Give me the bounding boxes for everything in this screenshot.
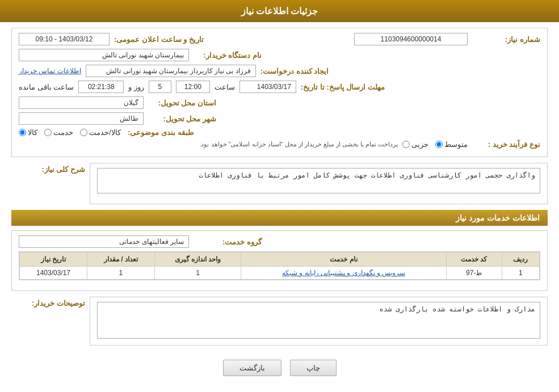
need-description-label-wrapper: شرح کلی نیاز: [11,163,85,174]
province-row: استان محل تحویل: گیلان [19,96,540,109]
cell-date: 1403/03/17 [20,267,87,280]
purchase-type-jozi-label: جزیی [411,140,428,149]
buyer-org-row: نام دستگاه خریدار: بیمارستان شهید نورانی… [19,49,540,61]
purchase-type-motavaset-label: متوسط [444,140,468,149]
cell-rownum: 1 [502,267,539,280]
need-description-textarea[interactable]: واگذاری حجمی امور کارشناسی فناوری اطلاعا… [97,168,540,193]
response-time-label: ساعت [215,83,235,91]
purchase-type-motavaset[interactable]: متوسط [435,140,468,149]
col-name: نام خدمت [241,252,447,267]
buyer-org-value: بیمارستان شهید نورانی تالش [19,49,189,61]
col-rownum: ردیف [502,252,539,267]
category-kala-label: کالا [28,128,37,137]
purchase-type-jozi[interactable]: جزیی [402,140,428,149]
category-khedmat[interactable]: خدمت [44,128,73,137]
creator-value: فرزاد بی نیاز کاربرداز بیمارستان شهید نو… [86,65,256,77]
main-form-section: شماره نیاز: 1103094600000014 تاریخ و ساع… [11,28,548,157]
services-table-container: ردیف کد خدمت نام خدمت واحد اندازه گیری ت… [19,251,540,280]
category-radio-group: کالا/خدمت خدمت کالا [19,128,121,137]
date-value: 1403/03/12 - 09:10 [19,33,110,45]
category-kala-khedmat-label: کالا/خدمت [89,128,121,137]
category-khedmat-label: خدمت [53,128,73,137]
buyer-description-label: توصیحات خریدار: [32,299,85,307]
services-section: گروه خدمت: سایر فعالیتهای خدماتی ردیف کد… [11,230,548,291]
buyer-description-row: مدارک و اطلاعات خواسته شده بارگذاری شده … [11,297,548,345]
response-days-label: روز و [128,83,144,91]
city-row: شهر محل تحویل: طالش [19,112,540,125]
contact-link[interactable]: اطلاعات تماس خریدار [19,67,81,75]
print-button[interactable]: چاپ [290,360,337,376]
services-section-title: اطلاعات خدمات مورد نیاز [11,210,548,226]
service-group-label: گروه خدمت: [194,238,262,246]
purchase-type-notice: پرداخت تمام یا بخشی از مبلغ خریدار از مح… [19,141,398,148]
need-description-label: شرح کلی نیاز: [41,165,85,174]
table-row: 1 ط-97 سرویس و نگهداری و پشتیبانی رایانه… [20,267,540,280]
cell-qty: 1 [87,267,154,280]
need-description-inner: واگذاری حجمی امور کارشناسی فناوری اطلاعا… [97,168,540,193]
table-header-row: ردیف کد خدمت نام خدمت واحد اندازه گیری ت… [20,252,540,267]
creator-label: ایجاد کننده درخواست: [260,67,329,75]
page-header: جزئیات اطلاعات نیاز [0,0,559,22]
province-value: گیلان [19,96,144,109]
col-date: تاریخ نیاز [20,252,87,267]
need-number-label: شماره نیاز: [472,35,540,44]
need-description-row: واگذاری حجمی امور کارشناسی فناوری اطلاعا… [11,163,548,204]
city-value: طالش [19,112,144,125]
response-days: 5 [149,81,171,93]
page-title: جزئیات اطلاعات نیاز [241,6,318,16]
creator-row: ایجاد کننده درخواست: فرزاد بی نیاز کاربر… [19,65,540,77]
category-label: طبقه بندی موضوعی: [125,128,194,137]
buttons-row: چاپ بازگشت [11,351,548,382]
buyer-description-textarea[interactable]: مدارک و اطلاعات خواسته شده بارگذاری شده [97,302,540,339]
col-qty: تعداد / مقدار [87,252,154,267]
service-group-row: گروه خدمت: سایر فعالیتهای خدماتی [19,235,540,248]
buyer-org-label: نام دستگاه خریدار: [194,51,262,60]
purchase-type-row: نوع فرآیند خرید : متوسط جزیی پرداخت تمام… [19,140,540,149]
purchase-type-label: نوع فرآیند خرید : [472,140,540,149]
col-code: کد خدمت [446,252,502,267]
response-remaining: 02:21:38 [78,81,124,93]
response-time: 12:00 [176,81,210,93]
cell-code: ط-97 [446,267,502,280]
service-group-value: سایر فعالیتهای خدماتی [19,235,189,248]
purchase-type-radio-group: متوسط جزیی [402,140,468,149]
need-number-row: شماره نیاز: 1103094600000014 تاریخ و ساع… [19,33,540,45]
need-description-section: واگذاری حجمی امور کارشناسی فناوری اطلاعا… [90,163,548,204]
response-date: 1403/03/17 [239,81,296,93]
category-kala[interactable]: کالا [19,128,37,137]
city-label: شهر محل تحویل: [148,115,216,123]
buyer-description-section: مدارک و اطلاعات خواسته شده بارگذاری شده [90,297,548,345]
category-kala-khedmat[interactable]: کالا/خدمت [80,128,121,137]
services-table: ردیف کد خدمت نام خدمت واحد اندازه گیری ت… [19,252,540,280]
back-button[interactable]: بازگشت [223,360,281,376]
col-unit: واحد اندازه گیری [154,252,241,267]
response-deadline-label: مهلت ارسال پاسخ: تا تاریخ: [301,83,385,91]
response-deadline-row: مهلت ارسال پاسخ: تا تاریخ: 1403/03/17 سا… [19,81,540,93]
province-label: استان محل تحویل: [148,99,216,107]
need-number-value: 1103094600000014 [354,33,468,45]
date-label: تاریخ و ساعت اعلان عمومی: [114,35,204,44]
cell-unit: 1 [154,267,241,280]
category-row: طبقه بندی موضوعی: کالا/خدمت خدمت کالا [19,128,540,137]
response-remaining-label: ساعت باقی مانده [19,83,74,91]
buyer-description-label-wrapper: توصیحات خریدار: [11,297,85,307]
cell-name[interactable]: سرویس و نگهداری و پشتیبانی رایانه و شبکه [241,267,447,280]
